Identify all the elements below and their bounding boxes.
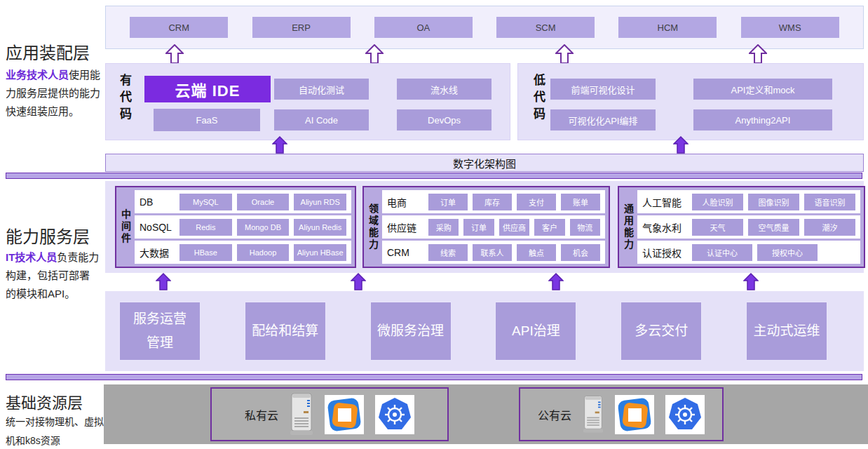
procurement-chip: 采购 [428,219,459,236]
vmware-icon [326,396,362,433]
order-chip: 订单 [428,194,468,210]
vmware-icon [616,396,653,433]
solid-up-arrow-icon [743,273,759,290]
hollow-up-arrow-icon [555,44,574,64]
layer-desc-text-resource: 统一对接物理机、虚拟机和k8s资源 [6,416,104,446]
bill-chip: 账单 [561,194,600,210]
mysql-chip: MySQL [179,194,232,210]
solid-up-arrow-icon [156,273,171,290]
layer-desc-application: 业务技术人员使用能力服务层提供的能力快速组装应用。 [6,66,102,120]
air-quality-chip: 空气质量 [748,219,799,236]
digital-architecture-bar: 数字化架构图 [105,154,864,172]
domain-label: 领域能力 [364,187,382,267]
application-bar: CRM ERP OA SCM HCM WMS [105,6,864,49]
layer-divider [6,173,862,179]
middleware-row-db: DB MySQL Oracle Aliyun RDS [135,190,351,213]
domain-row-crm: CRM 线索 联系人 触点 机会 [382,241,605,264]
row-label-ai: 人工智能 [642,195,687,209]
solid-up-arrow-icon [272,136,287,154]
hollow-up-arrow-icon [749,44,767,64]
domain-row-supplychain: 供应链 采购 订单 供应商 客户 物流 [382,215,605,239]
general-capability-box: 通用能力 人工智能 人脸识别 图像识别 语音识别 气象水利 天气 空气质量 潮汐… [618,186,865,268]
general-label: 通用能力 [619,187,637,267]
middleware-row-bigdata: 大数据 HBase Hadoop Aliyun HBase [135,241,351,264]
app-chip-scm: SCM [496,17,595,38]
row-label-nosql: NoSQL [140,222,175,233]
base-resource-band: 私有云 [104,384,868,444]
opportunity-chip: 机会 [561,244,600,261]
domain-row-ecommerce: 电商 订单 库存 支付 账单 [382,190,605,213]
image-recognition-chip: 图像识别 [748,194,799,210]
layer-divider [6,374,862,380]
row-label-crm: CRM [387,247,423,258]
touchpoint-chip: 触点 [517,244,556,261]
frontend-visual-design-chip: 前端可视化设计 [550,79,656,100]
layer-title-resource: 基础资源层 [6,390,83,413]
ai-code-chip: AI Code [274,109,369,130]
tide-chip: 潮汐 [804,219,855,236]
face-recognition-chip: 人脸识别 [692,194,743,210]
hbase-chip: HBase [179,244,232,261]
app-chip-wms: WMS [741,17,839,38]
auth-center-chip: 认证中心 [692,244,752,261]
payment-chip: 支付 [517,194,556,210]
pipeline-chip: 流水线 [397,79,491,100]
mongodb-chip: Mongo DB [237,219,290,236]
solid-up-arrow-icon [673,136,689,154]
capability-lower-panel: 服务运营管理 配给和结算 微服务治理 API治理 多云交付 主动式运维 [105,291,864,371]
layer-lead-application: 业务技术人员 [6,69,69,81]
visual-api-orchestration-chip: 可视化化API编排 [550,109,656,130]
layer-title-capability: 能力服务层 [6,223,90,248]
inventory-chip: 库存 [473,194,512,210]
api-governance-chip: API治理 [495,302,576,361]
app-chip-hcm: HCM [618,17,717,38]
middleware-label: 中间件 [116,187,135,267]
app-chip-oa: OA [374,17,473,38]
hollow-up-arrow-icon [365,44,384,64]
row-label-bigdata: 大数据 [140,246,175,260]
customer-chip: 客户 [534,219,564,236]
kubernetes-icon [667,396,703,433]
domain-capability-box: 领域能力 电商 订单 库存 支付 账单 供应链 采购 订单 供应商 客户 物流 … [362,186,610,268]
sc-order-chip: 订单 [463,219,494,236]
private-cloud-box: 私有云 [210,387,449,441]
server-icon [290,393,313,436]
layer-desc-resource: 统一对接物理机、虚拟机和k8s资源 [6,413,111,449]
architecture-diagram: 应用装配层 业务技术人员使用能力服务层提供的能力快速组装应用。 能力服务层 IT… [0,0,868,449]
layer-desc-capability: IT技术人员负责能力构建，包括可部署的模块和API。 [6,248,100,302]
layer-title-application: 应用装配层 [6,39,90,64]
solid-up-arrow-icon [351,273,366,290]
pro-code-label: 有代码 [116,74,133,124]
public-cloud-label: 公有云 [538,406,571,423]
general-row-weather: 气象水利 天气 空气质量 潮汐 [637,215,860,239]
multicloud-delivery-chip: 多云交付 [621,302,702,361]
middleware-box: 中间件 DB MySQL Oracle Aliyun RDS NoSQL Red… [115,186,356,268]
microservice-governance-chip: 微服务治理 [370,302,452,361]
contact-chip: 联系人 [473,244,512,261]
row-label-weather: 气象水利 [642,220,687,234]
authz-center-chip: 授权中心 [757,244,818,261]
solid-up-arrow-icon [548,273,564,290]
low-code-panel: 低代码 前端可视化设计 API定义和mock 可视化化API编排 Anythin… [517,63,864,140]
row-label-ecommerce: 电商 [387,195,423,209]
row-label-db: DB [140,196,175,208]
cloud-ide-chip: 云端 IDE [144,76,271,102]
auto-test-chip: 自动化测试 [274,79,369,100]
general-row-auth: 认证授权 认证中心 授权中心 [637,241,860,264]
app-chip-crm: CRM [130,17,228,38]
logistics-chip: 物流 [570,219,600,236]
redis-chip: Redis [179,219,232,236]
api-mock-chip: API定义和mock [693,79,832,100]
lead-chip: 线索 [428,244,468,261]
anything2api-chip: Anything2API [693,109,832,130]
private-cloud-label: 私有云 [245,406,278,423]
server-icon [583,394,604,435]
general-row-ai: 人工智能 人脸识别 图像识别 语音识别 [637,190,860,213]
faas-chip: FaaS [154,109,260,131]
hadoop-chip: Hadoop [237,244,290,261]
row-label-auth: 认证授权 [642,246,687,260]
row-label-supplychain: 供应链 [387,220,423,234]
devops-chip: DevOps [397,109,491,130]
weather-chip: 天气 [692,219,743,236]
aliyun-hbase-chip: Aliyun HBase [294,244,346,261]
